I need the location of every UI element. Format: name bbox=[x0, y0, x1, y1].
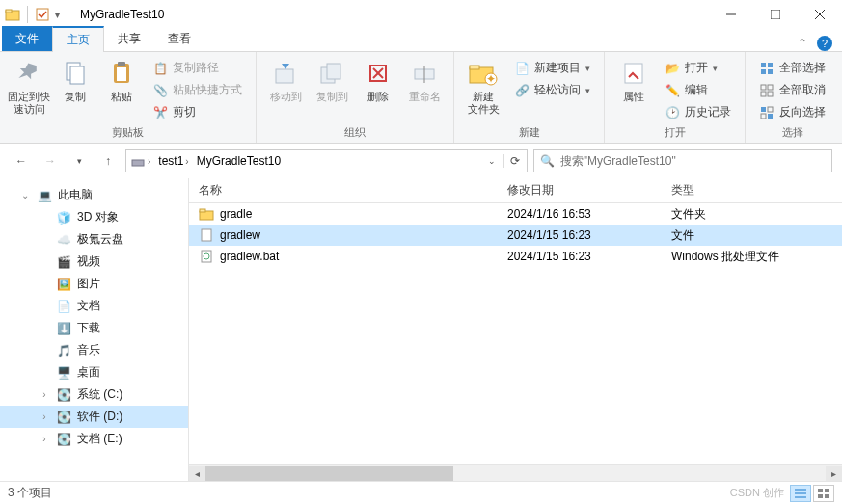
group-label: 剪贴板 bbox=[0, 125, 256, 143]
delete-button[interactable]: 删除 bbox=[355, 56, 401, 103]
nav-music[interactable]: 🎵音乐 bbox=[0, 339, 188, 361]
forward-button[interactable]: → bbox=[39, 149, 62, 172]
qat-checkbox-icon[interactable] bbox=[34, 6, 51, 23]
folder-icon bbox=[199, 206, 214, 222]
navigation-pane[interactable]: ⌄💻此电脑 🧊3D 对象 ☁️极氪云盘 🎬视频 🖼️图片 📄文档 ⬇️下载 🎵音… bbox=[0, 178, 189, 481]
open-button[interactable]: 📂打开▾ bbox=[661, 58, 735, 78]
breadcrumb-seg[interactable]: test1› bbox=[154, 154, 192, 168]
svg-rect-11 bbox=[118, 62, 125, 66]
documents-icon: 📄 bbox=[56, 299, 71, 314]
table-row[interactable]: gradle2024/1/16 16:53文件夹 bbox=[189, 203, 842, 225]
up-button[interactable]: ↑ bbox=[96, 149, 120, 172]
svg-rect-27 bbox=[768, 69, 773, 74]
open-icon: 📂 bbox=[665, 61, 680, 76]
svg-rect-1 bbox=[6, 10, 12, 13]
column-headers[interactable]: 名称 修改日期 类型 bbox=[189, 178, 842, 203]
history-button[interactable]: 🕑历史记录 bbox=[661, 102, 735, 122]
col-type[interactable]: 类型 bbox=[671, 182, 842, 199]
icons-view-button[interactable] bbox=[813, 485, 834, 502]
address-bar-row: ← → ▾ ↑ › test1› MyGradleTest10 ⌄ ⟳ 🔍 bbox=[0, 144, 842, 178]
svg-rect-20 bbox=[470, 66, 479, 69]
qat-dropdown-icon[interactable]: ▾ bbox=[53, 10, 62, 20]
easyaccess-button[interactable]: 🔗轻松访问▾ bbox=[510, 80, 594, 100]
scroll-thumb[interactable] bbox=[205, 466, 453, 481]
collapse-ribbon-icon[interactable]: ⌃ bbox=[798, 37, 807, 50]
nav-this-pc[interactable]: ⌄💻此电脑 bbox=[0, 184, 188, 206]
search-input[interactable] bbox=[560, 154, 826, 168]
drive-icon bbox=[130, 153, 146, 169]
search-box[interactable]: 🔍 bbox=[533, 149, 832, 172]
copy-button[interactable]: 复制 bbox=[52, 56, 98, 103]
horizontal-scrollbar[interactable]: ◂ ▸ bbox=[189, 464, 842, 481]
back-button[interactable]: ← bbox=[10, 149, 33, 172]
file-date: 2024/1/16 16:53 bbox=[507, 207, 671, 221]
nav-e-drive[interactable]: ›💽文档 (E:) bbox=[0, 428, 188, 450]
breadcrumb-seg[interactable]: MyGradleTest10 bbox=[193, 154, 285, 168]
nav-downloads[interactable]: ⬇️下载 bbox=[0, 317, 188, 339]
nav-d-drive[interactable]: ›💽软件 (D:) bbox=[0, 406, 188, 428]
invert-button[interactable]: 反向选择 bbox=[755, 102, 829, 122]
ribbon-group-new: ✦新建 文件夹 📄新建项目▾ 🔗轻松访问▾ 新建 bbox=[454, 52, 605, 143]
scroll-left-icon[interactable]: ◂ bbox=[189, 466, 205, 481]
tab-file[interactable]: 文件 bbox=[2, 26, 52, 51]
nav-videos[interactable]: 🎬视频 bbox=[0, 251, 188, 273]
nav-pictures[interactable]: 🖼️图片 bbox=[0, 273, 188, 295]
minimize-button[interactable] bbox=[709, 0, 753, 29]
nav-desktop[interactable]: 🖥️桌面 bbox=[0, 361, 188, 384]
music-icon: 🎵 bbox=[56, 343, 71, 358]
paste-button[interactable]: 粘贴 bbox=[98, 56, 145, 103]
edit-button[interactable]: ✏️编辑 bbox=[661, 80, 735, 100]
scroll-right-icon[interactable]: ▸ bbox=[826, 466, 842, 481]
details-view-button[interactable] bbox=[790, 485, 811, 502]
nav-documents[interactable]: 📄文档 bbox=[0, 295, 188, 317]
svg-rect-45 bbox=[818, 489, 823, 492]
selectall-button[interactable]: 全部选择 bbox=[755, 58, 829, 78]
nav-3d-objects[interactable]: 🧊3D 对象 bbox=[0, 206, 188, 228]
svg-rect-31 bbox=[768, 92, 773, 96]
moveto-button[interactable]: 移动到 bbox=[262, 56, 309, 103]
breadcrumb-dropdown[interactable]: ⌄ bbox=[480, 154, 503, 168]
col-date[interactable]: 修改日期 bbox=[507, 182, 671, 199]
copyto-button[interactable]: 复制到 bbox=[309, 56, 355, 103]
ribbon-group-select: 全部选择 全部取消 反向选择 选择 bbox=[746, 52, 839, 143]
nav-cloud[interactable]: ☁️极氪云盘 bbox=[0, 228, 188, 251]
tab-view[interactable]: 查看 bbox=[154, 26, 204, 51]
nav-c-drive[interactable]: ›💽系统 (C:) bbox=[0, 384, 188, 406]
pasteshortcut-button[interactable]: 📎粘贴快捷方式 bbox=[149, 80, 246, 100]
search-icon: 🔍 bbox=[540, 154, 555, 168]
cut-button[interactable]: ✂️剪切 bbox=[149, 102, 246, 122]
newitem-button[interactable]: 📄新建项目▾ bbox=[510, 58, 594, 78]
table-row[interactable]: gradlew.bat2024/1/15 16:23Windows 批处理文件 bbox=[189, 246, 842, 267]
copy-icon bbox=[60, 58, 91, 89]
file-list[interactable]: gradle2024/1/16 16:53文件夹gradlew2024/1/15… bbox=[189, 203, 842, 464]
newfolder-icon: ✦ bbox=[468, 58, 499, 89]
breadcrumb[interactable]: › test1› MyGradleTest10 ⌄ ⟳ bbox=[125, 149, 528, 172]
recent-dropdown[interactable]: ▾ bbox=[68, 149, 91, 172]
cloud-icon: ☁️ bbox=[56, 232, 71, 248]
help-icon[interactable]: ? bbox=[817, 36, 832, 51]
refresh-button[interactable]: ⟳ bbox=[503, 154, 527, 168]
tab-home[interactable]: 主页 bbox=[52, 26, 104, 52]
tab-share[interactable]: 共享 bbox=[104, 26, 154, 51]
svg-rect-39 bbox=[202, 229, 211, 241]
maximize-button[interactable] bbox=[753, 0, 798, 29]
file-type: Windows 批处理文件 bbox=[671, 249, 842, 265]
file-date: 2024/1/15 16:23 bbox=[507, 250, 671, 263]
col-name[interactable]: 名称 bbox=[199, 182, 507, 199]
close-button[interactable] bbox=[798, 0, 842, 29]
delete-icon bbox=[363, 58, 394, 89]
selectnone-button[interactable]: 全部取消 bbox=[755, 80, 829, 100]
pin-button[interactable]: 固定到快 速访问 bbox=[6, 56, 52, 116]
copypath-button[interactable]: 📋复制路径 bbox=[149, 58, 246, 78]
rename-button[interactable]: 重命名 bbox=[401, 56, 448, 103]
svg-rect-26 bbox=[761, 69, 766, 74]
copyto-icon bbox=[316, 58, 347, 89]
svg-rect-25 bbox=[768, 63, 773, 67]
properties-button[interactable]: 属性 bbox=[611, 56, 657, 103]
svg-rect-8 bbox=[70, 66, 84, 84]
file-name: gradle bbox=[220, 207, 252, 221]
table-row[interactable]: gradlew2024/1/15 16:23文件 bbox=[189, 225, 842, 246]
newfolder-button[interactable]: ✦新建 文件夹 bbox=[460, 56, 506, 116]
easyaccess-icon: 🔗 bbox=[514, 83, 530, 98]
file-type: 文件 bbox=[671, 227, 842, 244]
